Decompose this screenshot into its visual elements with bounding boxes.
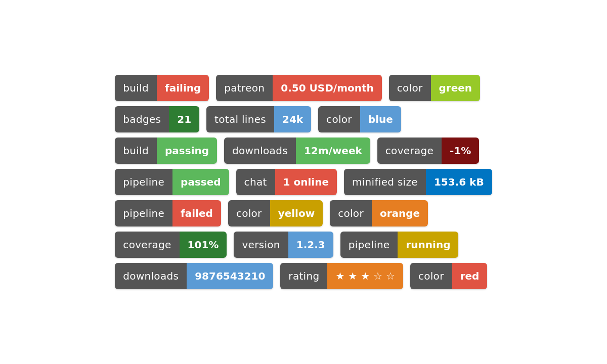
badge-left-6-2: color [410,263,452,289]
badge-right-5-2: running [398,232,458,258]
badge-right-3-1: 1 online [275,169,337,195]
badge-right-3-2: 153.6 kB [426,169,492,195]
badge-left-4-1: color [228,200,270,226]
badge-6-1: rating★ ★ ★ ☆ ☆ [280,263,403,289]
badge-right-2-2: -1% [442,138,479,164]
badge-left-2-2: coverage [377,138,442,164]
badge-row-1: badges21total lines24kcolorblue [115,106,492,132]
badge-left-4-0: pipeline [115,200,172,226]
badge-left-5-1: version [234,232,288,258]
badge-3-1: chat1 online [236,169,337,195]
badge-right-1-1: 24k [274,106,311,132]
badge-left-6-0: downloads [115,263,187,289]
badge-right-5-1: 1.2.3 [288,232,333,258]
badges-container: buildfailingpatreon0.50 USD/monthcolorgr… [95,55,512,309]
badge-right-4-1: yellow [270,200,323,226]
badge-left-0-1: patreon [216,75,273,101]
badge-row-0: buildfailingpatreon0.50 USD/monthcolorgr… [115,75,492,101]
badge-left-5-0: coverage [115,232,179,258]
badge-left-5-2: pipeline [340,232,398,258]
badge-left-0-0: build [115,75,157,101]
badge-6-0: downloads9876543210 [115,263,273,289]
badge-0-2: colorgreen [389,75,480,101]
badge-right-6-0: 9876543210 [187,263,273,289]
badge-2-1: downloads12m/week [224,138,370,164]
badge-right-1-2: blue [360,106,401,132]
badge-left-2-0: build [115,138,157,164]
badge-right-4-2: orange [372,200,428,226]
badge-row-4: pipelinefailedcoloryellowcolororange [115,200,492,226]
badge-2-0: buildpassing [115,138,217,164]
badge-4-1: coloryellow [228,200,323,226]
badge-0-0: buildfailing [115,75,209,101]
badge-left-0-2: color [389,75,431,101]
badge-3-2: minified size153.6 kB [344,169,492,195]
badge-5-0: coverage101% [115,232,227,258]
badge-5-2: pipelinerunning [340,232,459,258]
badge-4-0: pipelinefailed [115,200,221,226]
badge-2-2: coverage-1% [377,138,480,164]
badge-0-1: patreon0.50 USD/month [216,75,381,101]
badge-right-0-1: 0.50 USD/month [273,75,381,101]
badge-row-6: downloads9876543210rating★ ★ ★ ☆ ☆colorr… [115,263,492,289]
badge-left-1-0: badges [115,106,169,132]
badge-right-2-0: passing [157,138,217,164]
badge-left-3-1: chat [236,169,275,195]
badge-right-0-0: failing [157,75,209,101]
badge-1-2: colorblue [318,106,401,132]
badge-5-1: version1.2.3 [234,232,333,258]
badge-left-6-1: rating [280,263,327,289]
badge-1-0: badges21 [115,106,199,132]
badge-right-4-0: failed [172,200,221,226]
badge-left-3-2: minified size [344,169,426,195]
badge-right-2-1: 12m/week [296,138,370,164]
badge-right-6-1: ★ ★ ★ ☆ ☆ [327,263,403,289]
badge-row-3: pipelinepassedchat1 onlineminified size1… [115,169,492,195]
badge-6-2: colorred [410,263,488,289]
badge-right-3-0: passed [172,169,229,195]
badge-right-5-0: 101% [180,232,227,258]
badge-right-6-2: red [452,263,488,289]
badge-row-5: coverage101%version1.2.3pipelinerunning [115,232,492,258]
badge-3-0: pipelinepassed [115,169,229,195]
badge-left-1-2: color [318,106,360,132]
badge-1-1: total lines24k [206,106,311,132]
badge-row-2: buildpassingdownloads12m/weekcoverage-1% [115,138,492,164]
badge-4-2: colororange [330,200,428,226]
badge-left-2-1: downloads [224,138,296,164]
badge-left-4-2: color [330,200,372,226]
badge-right-0-2: green [431,75,481,101]
badge-left-1-1: total lines [206,106,274,132]
badge-left-3-0: pipeline [115,169,172,195]
badge-right-1-0: 21 [169,106,199,132]
